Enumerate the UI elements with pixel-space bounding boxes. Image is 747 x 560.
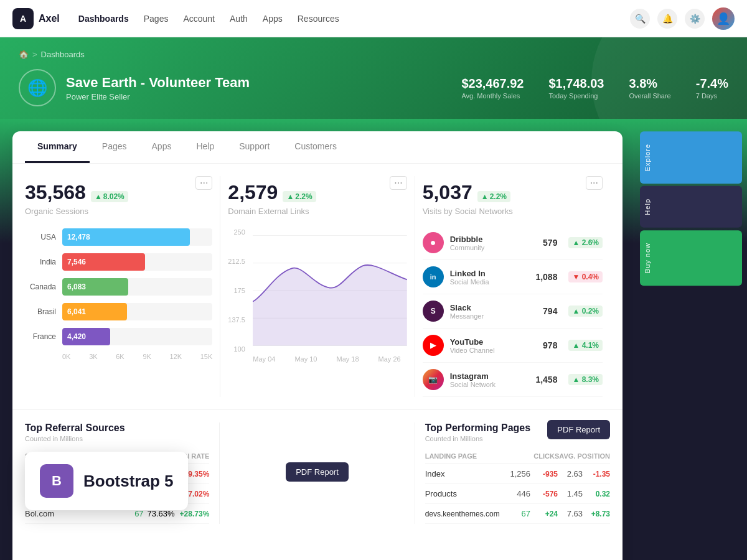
top-pages-title: Top Performing Pages (425, 422, 531, 434)
tab-apps[interactable]: Apps (139, 131, 184, 163)
tab-pages[interactable]: Pages (90, 131, 139, 163)
referral-sub: Counted in Millions (25, 435, 125, 442)
logo-area[interactable]: A Axel (12, 8, 60, 29)
nav-dashboards[interactable]: Dashboards (78, 14, 129, 24)
help-button[interactable]: Help (640, 186, 742, 228)
logo-icon: A (12, 8, 34, 29)
home-icon: 🏠 (19, 50, 29, 59)
social-linkedin: in Linked In Social Media 1,088 ▼ 0.4% (423, 260, 603, 294)
pdf-middle: PDF Report (220, 422, 415, 524)
breadcrumb: 🏠 > Dashboards (19, 50, 728, 59)
social-youtube: ▶ YouTube Video Channel 978 ▲ 4.1% (423, 329, 603, 363)
line-chart: 250 212.5 175 137.5 100 (228, 228, 406, 363)
social-dribbble: ● Dribbble Community 579 ▲ 2.6% (423, 226, 603, 260)
settings-button[interactable]: ⚙️ (685, 9, 705, 29)
bar-row-france: France 4,420 (25, 328, 212, 345)
hero-stat-2: 3.8% Overall Share (629, 77, 670, 100)
nav-actions: 🔍 🔔 ⚙️ 👤 (630, 7, 735, 30)
hero-icon: 🌐 (19, 69, 56, 106)
pdf-report-button[interactable]: PDF Report (286, 462, 349, 482)
dribbble-icon: ● (423, 232, 444, 253)
slack-icon: S (423, 301, 444, 322)
social-networks-col: ··· 5,037 ▲ 2.2% Visits by Social Networ… (415, 176, 610, 397)
bar-row-usa: USA 12,478 (25, 228, 212, 246)
organic-sessions-col: ··· 35,568 ▲ 8.02% Organic Sessions USA … (25, 176, 220, 397)
hero-title: Save Earth - Volunteer Team (66, 75, 250, 91)
pdf-report-button-2[interactable]: PDF Report (547, 420, 610, 439)
bootstrap-text: Bootstrap 5 (83, 472, 173, 491)
stats-grid: ··· 35,568 ▲ 8.02% Organic Sessions USA … (12, 164, 622, 409)
top-pages-row-0: Index 1,256 -935 2.63 -1.35 (425, 464, 610, 484)
logo-text: Axel (39, 13, 60, 24)
linkedin-icon: in (423, 266, 444, 287)
tab-help[interactable]: Help (184, 131, 227, 163)
nav-account[interactable]: Account (183, 14, 215, 24)
hero-subtitle: Power Elite Seller (66, 92, 250, 101)
top-pages-row-1: Products 446 -576 1.45 0.32 (425, 484, 610, 504)
nav-apps[interactable]: Apps (263, 14, 283, 24)
referral-title: Top Referral Sources (25, 422, 125, 434)
search-button[interactable]: 🔍 (630, 9, 650, 29)
social-instagram: 📷 Instagram Social Network 1,458 ▲ 8.3% (423, 363, 603, 397)
nav-resources[interactable]: Resources (298, 14, 339, 24)
hero-stat-1: $1,748.03 Today Spending (549, 77, 604, 100)
bootstrap-overlay: B Bootstrap 5 (25, 452, 188, 510)
bootstrap-icon: B (40, 464, 73, 498)
explore-button[interactable]: Explore (640, 131, 742, 184)
nav-auth[interactable]: Auth (230, 14, 248, 24)
social-visits-number: 5,037 (423, 181, 472, 204)
buy-now-button[interactable]: Buy now (640, 230, 742, 286)
bar-row-india: India 7,546 (25, 253, 212, 271)
social-more-btn[interactable]: ··· (586, 176, 603, 190)
hero-content: 🌐 Save Earth - Volunteer Team Power Elit… (19, 69, 728, 106)
top-pages-section: Top Performing Pages Counted in Millions… (415, 422, 610, 524)
external-links-label: Domain External Links (228, 207, 406, 216)
tab-customers[interactable]: Customers (282, 131, 349, 163)
external-links-badge: ▲ 2.2% (283, 191, 316, 202)
chart-x-axis: May 04 May 10 May 18 May 26 (228, 355, 406, 363)
hero-stat-3: -7.4% 7 Days (696, 77, 728, 100)
right-sidebar: Explore Help Buy now (635, 119, 747, 560)
instagram-icon: 📷 (423, 369, 444, 390)
organic-sessions-badge: ▲ 8.02% (91, 191, 128, 202)
social-visits-badge: ▲ 2.2% (477, 191, 510, 202)
external-links-number: 2,579 (228, 181, 278, 204)
nav-pages[interactable]: Pages (144, 14, 169, 24)
line-chart-svg (253, 228, 407, 353)
topnav: A Axel Dashboards Pages Account Auth App… (0, 0, 747, 37)
hero-stat-0: $23,467.92 Avg. Monthly Sales (461, 77, 524, 100)
organic-sessions-number: 35,568 (25, 181, 86, 204)
hero-info: Save Earth - Volunteer Team Power Elite … (66, 75, 250, 101)
tab-summary[interactable]: Summary (25, 131, 90, 163)
hero-stats: $23,467.92 Avg. Monthly Sales $1,748.03 … (461, 77, 728, 100)
bar-axis: 0K 3K 6K 9K 12K 15K (25, 353, 212, 360)
bar-row-canada: Canada 6,083 (25, 278, 212, 296)
social-visits-label: Visits by Social Networks (423, 207, 603, 216)
social-slack: S Slack Messanger 794 ▲ 0.2% (423, 294, 603, 329)
nav-items: Dashboards Pages Account Auth Apps Resou… (78, 14, 339, 24)
organic-more-btn[interactable]: ··· (195, 176, 212, 190)
tab-bar: Summary Pages Apps Help Support Customer… (12, 131, 622, 164)
social-list: ● Dribbble Community 579 ▲ 2.6% in Linke… (423, 226, 603, 397)
notifications-button[interactable]: 🔔 (657, 9, 677, 29)
youtube-icon: ▶ (423, 335, 444, 356)
top-pages-sub: Counted in Millions (425, 435, 531, 442)
top-pages-row-2: devs.keenthemes.com 67 +24 7.63 +8.73 (425, 504, 610, 524)
bar-chart: USA 12,478 India 7,546 Canada (25, 228, 212, 360)
external-links-col: ··· 2,579 ▲ 2.2% Domain External Links 2… (220, 176, 415, 397)
organic-sessions-label: Organic Sessions (25, 207, 212, 216)
bar-row-brasil: Brasil 6,041 (25, 303, 212, 320)
avatar[interactable]: 👤 (712, 7, 735, 30)
external-links-more-btn[interactable]: ··· (390, 176, 406, 190)
hero-banner: 🏠 > Dashboards 🌐 Save Earth - Volunteer … (0, 37, 747, 119)
tab-support[interactable]: Support (227, 131, 282, 163)
